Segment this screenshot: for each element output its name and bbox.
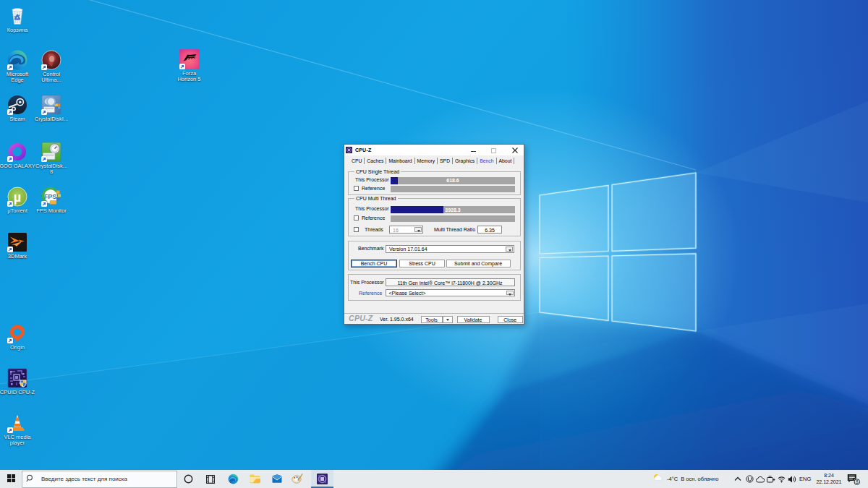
svg-text:FPS: FPS — [44, 193, 57, 200]
svg-text:µ: µ — [14, 190, 21, 205]
svg-text:8: 8 — [856, 479, 859, 484]
